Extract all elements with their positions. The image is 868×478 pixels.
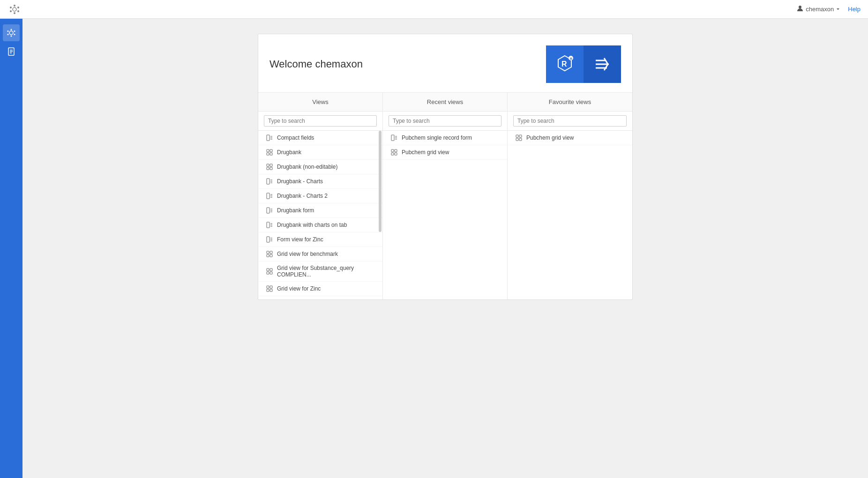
grid-view-icon [515, 134, 523, 142]
favourite-list: Pubchem grid view [508, 131, 632, 299]
app-logo[interactable] [7, 2, 22, 16]
svg-rect-26 [267, 135, 269, 141]
view-item-label: Grid view for Substance_query COMPLIEN..… [277, 265, 375, 278]
reactor-icon-box[interactable]: R R [546, 45, 584, 83]
svg-point-13 [7, 34, 9, 35]
list-item[interactable]: Drugbank (non-editable) [258, 160, 382, 174]
svg-rect-88 [516, 138, 518, 141]
views-grid: Views Compact fields Drugbank Drugbank (… [258, 93, 632, 299]
svg-rect-86 [516, 135, 518, 137]
view-item-label: Drugbank - Charts [277, 178, 323, 185]
list-item[interactable]: Grid view for Substance_query COMPLIEN..… [258, 261, 382, 282]
views-list: Compact fields Drugbank Drugbank (non-ed… [258, 131, 382, 299]
list-item[interactable]: Drugbank form [258, 203, 382, 218]
form-view-icon [266, 134, 273, 142]
welcome-title: Welcome chemaxon [269, 58, 363, 70]
list-item[interactable]: Pubchem grid view [508, 131, 632, 145]
svg-rect-30 [267, 149, 269, 152]
recent-search-input[interactable] [389, 115, 501, 127]
list-item[interactable]: hivPR form [258, 296, 382, 299]
views-column-header: Views [258, 93, 382, 112]
svg-point-8 [9, 31, 13, 35]
form-view-icon [266, 207, 273, 214]
sidebar-item-home[interactable] [3, 24, 20, 41]
favourite-column-header: Favourite views [508, 93, 632, 112]
grid-view-icon [266, 285, 273, 292]
chevron-down-icon [836, 6, 840, 13]
user-menu[interactable]: chemaxon [796, 5, 840, 14]
view-item-label: Drugbank form [277, 207, 314, 214]
grid-view-icon [266, 163, 273, 171]
svg-rect-36 [267, 167, 269, 170]
form-view-icon [266, 236, 273, 243]
svg-point-14 [14, 34, 15, 35]
svg-rect-63 [270, 269, 272, 271]
views-column-views: Views Compact fields Drugbank Drugbank (… [258, 93, 383, 299]
list-item[interactable]: Drugbank - Charts 2 [258, 189, 382, 203]
svg-rect-69 [270, 289, 272, 291]
svg-rect-54 [267, 237, 269, 242]
svg-rect-62 [267, 269, 269, 271]
svg-rect-64 [267, 272, 269, 274]
svg-rect-58 [267, 251, 269, 254]
grid-view-icon [390, 149, 398, 156]
svg-rect-33 [270, 153, 272, 155]
svg-rect-85 [395, 153, 397, 155]
list-item[interactable]: Pubchem single record form [383, 131, 507, 145]
svg-point-9 [11, 29, 12, 30]
favourite-search-input[interactable] [513, 115, 627, 127]
favourite-search-container [508, 112, 632, 131]
svg-point-3 [10, 7, 12, 8]
list-item[interactable]: Grid view for Zinc [258, 282, 382, 296]
view-item-label: Drugbank - Charts 2 [277, 193, 328, 199]
svg-rect-35 [270, 164, 272, 166]
svg-rect-84 [391, 153, 394, 155]
views-column-recent: Recent views Pubchem single record form … [383, 93, 508, 299]
view-item-label: Pubchem grid view [402, 149, 449, 156]
list-item[interactable]: Grid view for benchmark [258, 247, 382, 261]
svg-rect-87 [519, 135, 522, 137]
grid-view-icon [266, 149, 273, 156]
list-item[interactable]: Drugbank - Charts [258, 174, 382, 189]
view-item-label: Drugbank with charts on tab [277, 222, 347, 228]
svg-rect-37 [270, 167, 272, 170]
topbar: chemaxon Help [0, 0, 868, 19]
list-item[interactable]: Drugbank [258, 145, 382, 160]
view-item-label: Pubchem grid view [526, 134, 574, 141]
list-item[interactable]: Drugbank with charts on tab [258, 218, 382, 232]
svg-rect-59 [270, 251, 272, 254]
svg-point-12 [14, 30, 15, 32]
svg-point-11 [7, 30, 9, 32]
form-view-icon [266, 178, 273, 185]
svg-point-0 [13, 7, 16, 11]
recent-column-header: Recent views [383, 93, 507, 112]
svg-rect-42 [267, 193, 269, 199]
views-search-input[interactable] [264, 115, 377, 127]
list-item[interactable]: Pubchem grid view [383, 145, 507, 160]
person-icon [796, 5, 804, 14]
svg-rect-67 [270, 286, 272, 288]
svg-rect-61 [270, 254, 272, 257]
form-view-icon [390, 134, 398, 142]
help-link[interactable]: Help [848, 6, 861, 13]
standardizer-icon-box[interactable] [584, 45, 621, 83]
svg-rect-82 [391, 149, 394, 152]
welcome-header: Welcome chemaxon R R [258, 34, 632, 93]
form-view-icon [266, 192, 273, 200]
svg-rect-34 [267, 164, 269, 166]
view-item-label: Compact fields [277, 134, 314, 141]
sidebar-item-document[interactable] [3, 43, 20, 60]
recent-search-container [383, 112, 507, 131]
svg-rect-68 [267, 289, 269, 291]
view-item-label: Grid view for benchmark [277, 251, 338, 257]
list-item[interactable]: Compact fields [258, 131, 382, 145]
list-item[interactable]: Form view for Zinc [258, 232, 382, 247]
svg-rect-38 [267, 179, 269, 184]
welcome-panel: Welcome chemaxon R R [258, 34, 633, 300]
svg-rect-66 [267, 286, 269, 288]
view-item-label: Drugbank [277, 149, 301, 156]
svg-rect-83 [395, 149, 397, 152]
svg-point-7 [799, 6, 801, 8]
view-item-label: Pubchem single record form [402, 134, 472, 141]
topbar-right: chemaxon Help [796, 5, 861, 14]
